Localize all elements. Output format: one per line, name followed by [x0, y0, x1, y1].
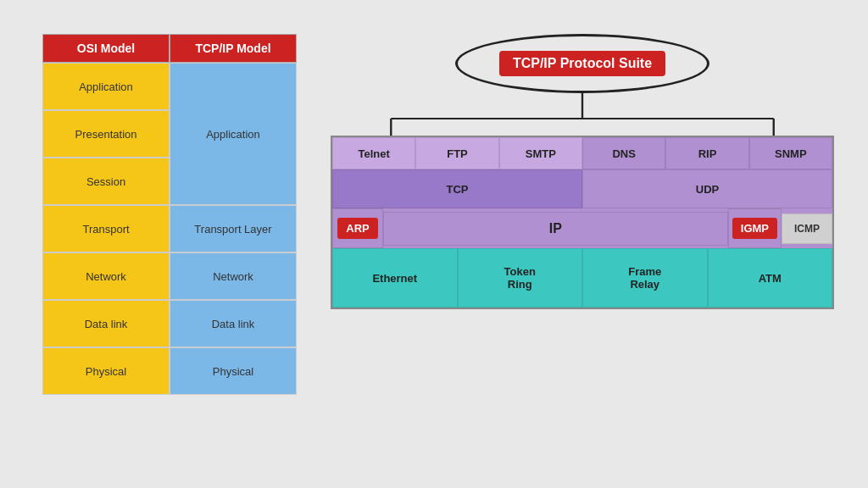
- proto-arp: ARP: [337, 218, 377, 239]
- proto-igmp: IGMP: [732, 218, 777, 239]
- tcpip-physical: Physical: [170, 347, 297, 395]
- osi-session: Session: [42, 158, 170, 205]
- proto-atm: ATM: [708, 248, 833, 308]
- proto-udp: UDP: [582, 169, 832, 208]
- proto-rip: RIP: [665, 137, 748, 169]
- protocol-grid: Telnet FTP SMTP DNS RIP SNMP TCP UDP ARP…: [331, 136, 834, 309]
- tcpip-header: TCP/IP Model: [170, 34, 297, 63]
- proto-igmp-container: IGMP: [728, 208, 782, 248]
- proto-frame-relay: Frame Relay: [582, 248, 708, 308]
- tcpip-network: Network: [170, 252, 297, 300]
- main-container: OSI Model TCP/IP Model Application Prese…: [0, 0, 868, 488]
- proto-snmp: SNMP: [749, 137, 832, 169]
- right-side: TCP/IP Protocol Suite Telnet FTP SMTP DN…: [331, 34, 834, 309]
- tcpip-column: Application Transport Layer Network Data…: [170, 63, 297, 395]
- tcpip-datalink: Data link: [170, 300, 297, 347]
- proto-ftp: FTP: [415, 137, 498, 169]
- transport-protocol-row: TCP UDP: [332, 169, 832, 208]
- osi-column: Application Presentation Session Transpo…: [42, 63, 170, 395]
- osi-physical: Physical: [42, 347, 170, 395]
- proto-ip: IP: [383, 212, 728, 246]
- datalink-protocol-row: Ethernet Token Ring Frame Relay ATM: [332, 248, 832, 308]
- proto-ethernet: Ethernet: [332, 248, 458, 308]
- oval-container: TCP/IP Protocol Suite: [455, 34, 709, 93]
- model-header-row: OSI Model TCP/IP Model: [42, 34, 297, 63]
- proto-icmp: ICMP: [782, 214, 832, 244]
- osi-transport: Transport: [42, 205, 170, 252]
- osi-presentation: Presentation: [42, 110, 170, 158]
- suite-title: TCP/IP Protocol Suite: [499, 51, 665, 76]
- model-body: Application Presentation Session Transpo…: [42, 63, 297, 395]
- connector-lines: [331, 93, 834, 136]
- app-protocol-row: Telnet FTP SMTP DNS RIP SNMP: [332, 137, 832, 169]
- suite-oval: TCP/IP Protocol Suite: [455, 34, 709, 93]
- model-table: OSI Model TCP/IP Model Application Prese…: [42, 34, 297, 395]
- proto-token-ring: Token Ring: [458, 248, 583, 308]
- proto-dns: DNS: [582, 137, 665, 169]
- proto-telnet: Telnet: [332, 137, 415, 169]
- proto-smtp: SMTP: [499, 137, 582, 169]
- proto-arp-container: ARP: [332, 208, 383, 248]
- tcpip-transport: Transport Layer: [170, 205, 297, 252]
- osi-network: Network: [42, 252, 170, 300]
- proto-tcp: TCP: [332, 169, 582, 208]
- osi-application: Application: [42, 63, 170, 110]
- network-protocol-row: ARP IP IGMP ICMP: [332, 208, 832, 248]
- osi-datalink: Data link: [42, 300, 170, 347]
- tcpip-application: Application: [170, 63, 297, 205]
- osi-header: OSI Model: [42, 34, 170, 63]
